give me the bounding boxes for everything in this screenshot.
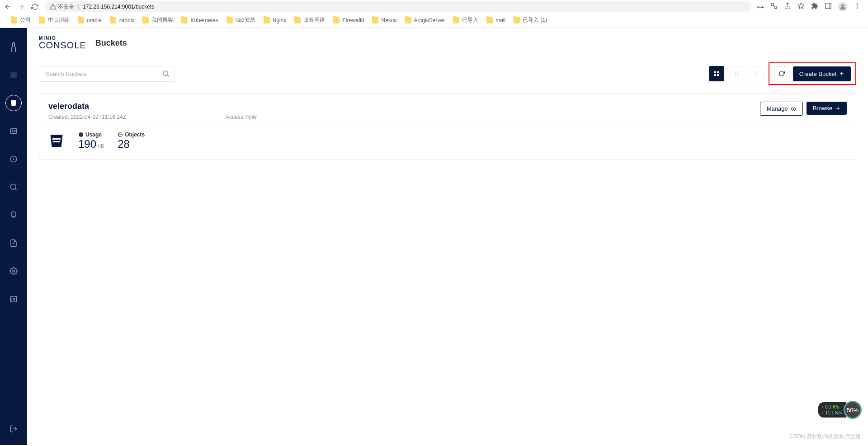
- svg-point-40: [79, 132, 83, 137]
- key-icon[interactable]: ⊶: [757, 3, 764, 11]
- bookmark-item[interactable]: raid安装: [224, 15, 258, 25]
- svg-rect-1: [774, 6, 777, 9]
- objects-stat: Objects 28: [118, 131, 145, 150]
- sidebar-logo-icon[interactable]: [5, 39, 22, 55]
- net-upload: ↑ 0.1 K/s: [822, 404, 842, 410]
- browser-actions: ⊶: [757, 2, 864, 11]
- bookmark-item[interactable]: 公司: [8, 15, 33, 25]
- bucket-access: Access: R/W: [226, 114, 257, 120]
- folder-icon: [39, 17, 45, 23]
- security-text: 不安全: [58, 3, 74, 11]
- sidebar-access-icon[interactable]: [5, 151, 22, 167]
- svg-point-5: [841, 5, 844, 7]
- browser-chrome: 不安全 | 172.26.156.214:9001/buckets ⊶ 公司 中…: [0, 0, 868, 28]
- bookmark-item[interactable]: oracle: [75, 16, 104, 24]
- svg-point-17: [10, 184, 16, 189]
- svg-point-36: [791, 107, 795, 111]
- folder-icon: [110, 17, 116, 23]
- forward-button[interactable]: [17, 3, 25, 11]
- reload-button[interactable]: [31, 3, 39, 11]
- bookmark-item[interactable]: 已导入: [450, 15, 481, 25]
- svg-point-35: [793, 108, 794, 109]
- refresh-button[interactable]: [774, 66, 789, 81]
- back-button[interactable]: [4, 3, 12, 11]
- sidebar-settings-icon[interactable]: [5, 263, 22, 279]
- bookmark-item[interactable]: 已导入 (1): [511, 15, 550, 25]
- sidebar-identity-icon[interactable]: [5, 123, 22, 139]
- extensions-icon[interactable]: [811, 2, 818, 11]
- avatar[interactable]: [838, 2, 847, 11]
- security-warning-icon: 不安全: [50, 3, 74, 11]
- sidebar-support-icon[interactable]: [5, 207, 22, 223]
- grid-view-button[interactable]: [709, 66, 724, 81]
- share-icon[interactable]: [784, 2, 791, 11]
- svg-line-25: [167, 75, 169, 76]
- filter-button[interactable]: [749, 66, 764, 81]
- svg-point-13: [12, 131, 13, 132]
- svg-point-7: [857, 5, 858, 7]
- sidebar-license-icon[interactable]: [5, 235, 22, 251]
- main-content: MINIO CONSOLE Buckets Create Bucket: [27, 28, 868, 445]
- folder-icon: [514, 17, 520, 23]
- logo-bottom: CONSOLE: [39, 41, 86, 50]
- net-download: ↓ 11.1 K/s: [822, 410, 842, 416]
- bookmark-item[interactable]: Kubernetes: [179, 16, 221, 24]
- bookmark-item[interactable]: zabbix: [107, 16, 137, 24]
- svg-rect-38: [52, 138, 61, 140]
- net-percent: 50%: [844, 401, 862, 419]
- svg-rect-26: [714, 71, 716, 73]
- bookmark-item[interactable]: 我的博客: [140, 15, 176, 25]
- folder-icon: [181, 17, 188, 23]
- page-title: Buckets: [95, 38, 127, 48]
- search-wrap: [39, 66, 175, 82]
- folder-icon: [264, 17, 270, 23]
- menu-icon[interactable]: [854, 2, 861, 11]
- bookmark-item[interactable]: mall: [484, 16, 508, 24]
- search-input[interactable]: [39, 66, 175, 82]
- sidebar-monitoring-icon[interactable]: [5, 179, 22, 195]
- bookmark-item[interactable]: Nginx: [261, 16, 289, 24]
- translate-icon[interactable]: [770, 2, 778, 11]
- url-bar[interactable]: 不安全 | 172.26.156.214:9001/buckets: [44, 1, 751, 12]
- folder-icon: [78, 17, 84, 23]
- usage-stat: Usage 190KiB: [78, 131, 104, 150]
- menu-toggle-icon[interactable]: [5, 67, 22, 83]
- network-widget: ↑ 0.1 K/s ↓ 11.1 K/s 50%: [818, 401, 862, 419]
- bucket-card: velerodata Created: 2022-04-19T11:16:24Z…: [39, 93, 856, 160]
- watermark: CSDN @张现伟的架构师之路: [789, 433, 861, 441]
- svg-rect-29: [717, 74, 719, 76]
- logo: MINIO CONSOLE: [39, 36, 86, 50]
- svg-rect-28: [714, 74, 716, 76]
- svg-rect-0: [771, 3, 774, 5]
- svg-point-8: [857, 7, 858, 9]
- bookmark-item[interactable]: ArcgisServer: [402, 16, 448, 24]
- bookmark-item[interactable]: Nexus: [369, 16, 399, 24]
- bookmark-item[interactable]: 政务网络: [292, 15, 328, 25]
- sort-button[interactable]: [729, 66, 744, 81]
- bucket-icon: [48, 133, 65, 149]
- manage-button[interactable]: Manage: [760, 102, 803, 116]
- svg-marker-2: [798, 3, 804, 9]
- sidebar-logout-icon[interactable]: [5, 421, 22, 437]
- svg-point-6: [857, 3, 858, 5]
- panel-icon[interactable]: [825, 2, 832, 11]
- create-bucket-button[interactable]: Create Bucket: [793, 66, 851, 81]
- main-header: MINIO CONSOLE Buckets: [27, 28, 868, 56]
- browse-button[interactable]: Browse: [807, 102, 847, 115]
- folder-icon: [405, 17, 411, 23]
- svg-rect-3: [826, 3, 831, 9]
- svg-line-18: [15, 188, 16, 190]
- sidebar-documentation-icon[interactable]: [5, 291, 22, 307]
- svg-rect-39: [53, 141, 61, 142]
- url-text: 172.26.156.214:9001/buckets: [83, 4, 154, 10]
- bookmark-item[interactable]: Firewalld: [330, 16, 367, 24]
- svg-point-19: [13, 270, 15, 272]
- star-icon[interactable]: [797, 2, 805, 11]
- sidebar-buckets-icon[interactable]: [5, 95, 22, 111]
- bucket-name: velerodata: [48, 102, 257, 111]
- folder-icon: [372, 17, 378, 23]
- bucket-created: Created: 2022-04-19T11:16:24Z: [48, 114, 126, 120]
- sidebar: [0, 28, 27, 445]
- bookmark-item[interactable]: 中山演练: [36, 15, 72, 25]
- folder-icon: [486, 17, 493, 23]
